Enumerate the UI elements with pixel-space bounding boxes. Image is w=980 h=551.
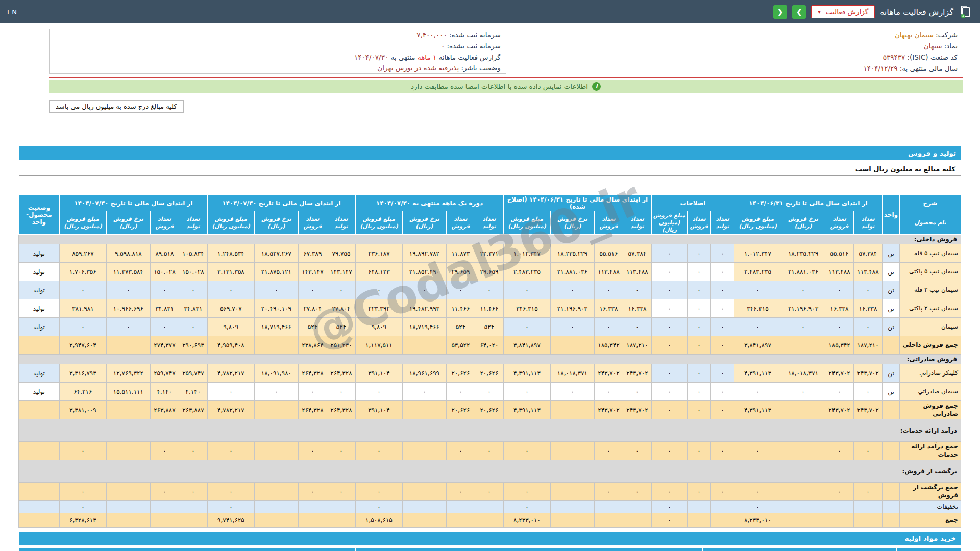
info-text: سیمان بهبهان	[895, 31, 934, 39]
status-cell: تولید	[18, 318, 59, 336]
value-cell	[106, 442, 150, 460]
unit-cell	[883, 442, 900, 460]
value-cell: ۹,۸۰۹	[207, 318, 254, 336]
raw-materials-section-bar: خرید مواد اولیه	[19, 532, 961, 545]
value-cell: ۱۵۰,۰۲۸	[150, 263, 179, 281]
report-copy-icon[interactable]	[959, 5, 973, 19]
value-cell: ۰	[710, 299, 734, 318]
prev-report-button[interactable]: ❮	[773, 5, 787, 19]
value-cell	[402, 442, 446, 460]
info-text: سال مالی منتهی به:	[897, 64, 958, 72]
value-cell: ۰	[59, 501, 106, 513]
unit-cell	[883, 336, 900, 355]
value-cell: ۰	[59, 483, 106, 501]
value-cell: ۱۵۰,۰۲۸	[179, 263, 207, 281]
value-cell: ۳۴۶,۳۱۵	[734, 299, 781, 318]
value-cell: ۳۴,۸۳۱	[150, 299, 179, 318]
value-cell: ۲۶۴,۳۲۸	[298, 401, 327, 419]
metric-header: تعداد فروش	[150, 211, 179, 235]
value-cell: ۴,۳۹۱,۱۱۳	[734, 401, 781, 419]
value-cell: ۰	[207, 501, 254, 513]
status-cell: تولید	[18, 281, 59, 299]
value-cell: ۰	[446, 281, 475, 299]
value-cell: ۱۸۵,۳۴۲	[594, 336, 623, 355]
value-cell: ۰	[355, 442, 402, 460]
value-cell: ۱۱,۴۶۶	[475, 299, 503, 318]
total-row: جمع فروش داخلی۱۸۷,۲۱۰۱۸۵,۳۴۲۳,۸۴۱,۸۹۷۰۰۰…	[18, 336, 961, 355]
value-cell: ۲۴۳,۷۰۲	[854, 401, 883, 419]
metric-header: تعداد فروش	[687, 211, 710, 235]
materials-table-wrap: واحداز ابتدای سال مالی تا تاریخ ۱۴۰۴/۰۶/…	[19, 548, 961, 551]
info-field-right: نماد: سبهان	[506, 40, 963, 52]
status-cell	[18, 401, 59, 419]
value-cell: ۰	[781, 318, 825, 336]
unit-cell	[883, 401, 900, 419]
value-cell: ۲۴۳,۷۰۲	[854, 364, 883, 383]
value-cell: ۰	[594, 383, 623, 401]
info-row: سال مالی منتهی به: ۱۴۰۴/۱۲/۲۹وضعیت ناشر:…	[50, 63, 963, 74]
value-cell	[594, 501, 623, 513]
value-cell: ۰	[623, 442, 651, 460]
value-cell: ۰	[355, 501, 402, 513]
value-cell: ۰	[503, 501, 550, 513]
metric-header: تعداد تولید	[475, 211, 503, 235]
row-label-cell: جمع فروش داخلی	[900, 336, 961, 355]
value-cell: ۰	[734, 442, 781, 460]
value-cell: ۱۸,۰۱۸,۳۷۱	[550, 364, 594, 383]
value-cell: ۰	[710, 364, 734, 383]
value-cell: ۳۹۱,۱۰۴	[355, 364, 402, 383]
value-cell: ۳,۳۸۱,۰۰۹	[59, 401, 106, 419]
value-cell	[825, 501, 854, 513]
value-cell: ۲۴۳,۷۰۲	[825, 401, 854, 419]
metric-header: تعداد تولید	[854, 211, 883, 235]
value-cell: ۱۰۵,۸۳۴	[179, 244, 207, 263]
unit-cell: تن	[883, 383, 900, 401]
value-cell: ۰	[594, 318, 623, 336]
info-text: سرمایه ثبت نشده:	[445, 42, 501, 50]
value-cell: ۰	[550, 383, 594, 401]
value-cell	[781, 513, 825, 528]
metric-header: نرخ فروش (ریال)	[106, 211, 150, 235]
product-name-header: نام محصول	[900, 211, 961, 235]
value-cell: ۵۲۴	[446, 318, 475, 336]
value-cell: ۱۸,۲۳۵,۲۲۹	[550, 244, 594, 263]
value-cell: ۲۹۰,۶۹۳	[179, 336, 207, 355]
value-cell: ۱,۰۱۲,۳۴۷	[503, 244, 550, 263]
unit-header: واحد	[883, 195, 900, 235]
value-cell: ۵۶۹,۷۰۷	[207, 299, 254, 318]
value-cell: ۳,۱۳۱,۳۵۸	[207, 263, 254, 281]
language-toggle-en[interactable]: EN	[7, 8, 17, 16]
amounts-note-box: کلیه مبالغ درج شده به میلیون ریال می باش…	[49, 100, 184, 113]
next-report-button[interactable]: ❯	[792, 5, 806, 19]
value-cell: ۶۴۸,۱۲۳	[355, 263, 402, 281]
value-cell: ۱,۵۰۸,۶۱۵	[355, 513, 402, 528]
value-cell	[106, 401, 150, 419]
value-cell: ۳,۸۴۱,۸۹۷	[503, 336, 550, 355]
value-cell: ۲۱,۸۸۱,۰۳۶	[550, 263, 594, 281]
period-group-header: از ابتدای سال مالی تا تاریخ ۱۴۰۴/۰۶/۳۱ (…	[503, 195, 651, 211]
value-cell: ۰	[179, 281, 207, 299]
value-cell: ۰	[651, 364, 687, 383]
value-cell: ۰	[710, 263, 734, 281]
info-text: ۷,۴۰۰,۰۰۰	[416, 31, 447, 39]
value-cell: ۰	[594, 483, 623, 501]
metric-header: تعداد تولید	[327, 211, 355, 235]
product-row: سیمانتن۰۰۰۰۰۰۰۰۰۰۰۵۲۴۵۲۴۱۸,۷۱۹,۴۶۶۹,۸۰۹۵…	[18, 318, 961, 336]
info-text: سرمایه ثبت شده:	[447, 31, 501, 39]
value-cell: ۰	[687, 364, 710, 383]
status-cell: تولید	[18, 383, 59, 401]
value-cell	[254, 401, 298, 419]
signature-match-banner: i اطلاعات نمایش داده شده با اطلاعات امضا…	[49, 80, 963, 93]
value-cell	[687, 501, 710, 513]
value-cell	[825, 513, 854, 528]
value-cell: ۴,۳۹۱,۱۱۳	[503, 401, 550, 419]
info-field-right: سال مالی منتهی به: ۱۴۰۴/۱۲/۲۹	[506, 63, 963, 74]
info-text: وضعیت ناشر:	[459, 64, 501, 72]
value-cell: ۱۸,۹۶۱,۶۹۹	[402, 364, 446, 383]
metric-header: مبلغ فروش (میلیون ریال)	[59, 211, 106, 235]
status-cell	[18, 483, 59, 501]
value-cell: ۸,۲۳۳,۰۱۰	[734, 513, 781, 528]
materials-header-cell: از ابتدای سال مالی تا تاریخ ۱۴۰۴/۰۶/۳۱	[703, 548, 848, 551]
value-cell: ۰	[475, 483, 503, 501]
report-type-dropdown[interactable]: گزارش فعالیت ▾	[811, 5, 875, 18]
